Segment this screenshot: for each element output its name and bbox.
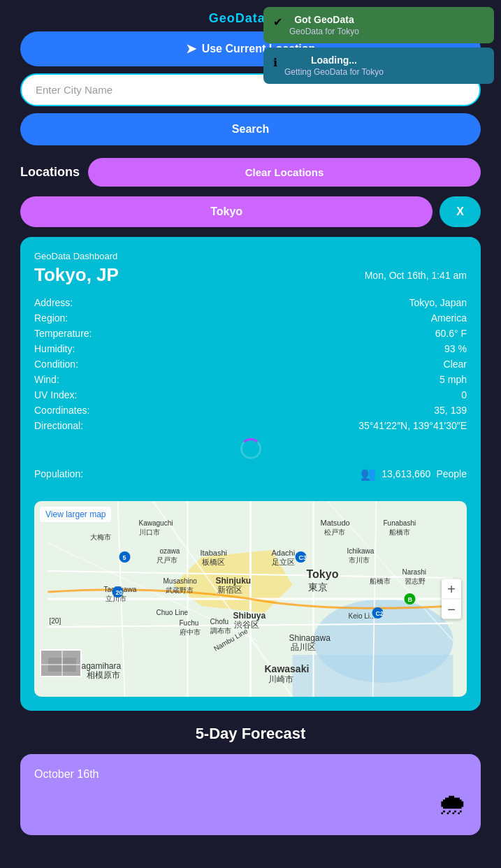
value-coordinates: 35, 139 (434, 405, 467, 416)
toast-success-title: Got GeoData (289, 14, 359, 25)
svg-text:Chofu: Chofu (210, 618, 229, 625)
svg-text:船橋市: 船橋市 (389, 528, 410, 536)
forecast-section: 5-Day Forecast October 16th 🌧 (0, 725, 501, 835)
svg-text:B: B (408, 596, 413, 603)
map-wrapper[interactable]: 大梅市 Kawaguchi 川口市 ozawa 尺戸市 Matsudo 松戸市 … (34, 501, 467, 697)
value-region: America (431, 312, 467, 324)
forecast-card-0: October 16th 🌧 (20, 754, 481, 835)
svg-text:Fuchu: Fuchu (180, 619, 199, 627)
svg-text:Shinjuku: Shinjuku (216, 576, 252, 586)
data-row-directional: Directional: 35°41′22″N, 139°41′30″E (34, 420, 467, 431)
toast-success-subtitle: GeoData for Tokyo (289, 27, 359, 36)
svg-text:渋谷区: 渋谷区 (234, 620, 259, 630)
svg-text:松戸市: 松戸市 (324, 528, 345, 536)
forecast-icon-area-0: 🌧 (34, 788, 467, 821)
dashboard-header: Tokyo, JP Mon, Oct 16th, 1:41 am (34, 264, 467, 286)
clear-locations-button[interactable]: Clear Locations (88, 158, 481, 187)
population-count: 13,613,660 (382, 468, 430, 479)
svg-text:Kawasaki: Kawasaki (265, 663, 310, 674)
forecast-date-0: October 16th (34, 768, 467, 781)
label-population: Population: (34, 468, 83, 479)
toast-info: ℹ Loading... Getting GeoData for Tokyo (263, 48, 494, 84)
svg-text:Musashino: Musashino (164, 577, 198, 585)
label-directional: Directional: (34, 420, 83, 431)
map-zoom-out-button[interactable]: − (442, 600, 461, 619)
map-zoom-in-button[interactable]: + (442, 579, 461, 599)
main-content: ➤ Use Current Location Search Locations … (0, 31, 501, 711)
label-temperature: Temperature: (34, 328, 92, 339)
svg-text:府中市: 府中市 (180, 628, 201, 636)
svg-text:新宿区: 新宿区 (217, 585, 242, 595)
svg-text:ozawa: ozawa (160, 547, 180, 555)
forecast-title: 5-Day Forecast (20, 725, 481, 743)
map-svg: 大梅市 Kawaguchi 川口市 ozawa 尺戸市 Matsudo 松戸市 … (34, 501, 467, 697)
svg-text:武蔵野市: 武蔵野市 (166, 586, 194, 594)
svg-text:[20]: [20] (50, 617, 61, 625)
svg-text:C2: C2 (376, 610, 384, 617)
svg-text:Ichikawa: Ichikawa (347, 547, 375, 555)
tokyo-tag-button[interactable]: Tokyo (20, 196, 433, 227)
svg-text:板橋区: 板橋区 (201, 558, 225, 566)
svg-text:相模原市: 相模原市 (87, 670, 120, 680)
svg-text:C3: C3 (299, 554, 307, 561)
svg-text:川崎市: 川崎市 (268, 674, 293, 684)
svg-text:Keio Li...: Keio Li... (349, 612, 376, 620)
data-table: Address: Tokyo, Japan Region: America Te… (34, 297, 467, 431)
label-wind: Wind: (34, 374, 59, 385)
toast-container: ✔ Got GeoData GeoData for Tokyo ℹ Loadin… (263, 7, 494, 84)
svg-text:Adachi: Adachi (272, 549, 296, 557)
svg-text:大梅市: 大梅市 (90, 533, 111, 541)
svg-text:Tokyo: Tokyo (307, 568, 339, 580)
population-suffix: People (436, 468, 467, 479)
value-wind: 5 mph (440, 374, 467, 385)
location-tag-row: Tokyo X (20, 196, 481, 227)
data-row-coordinates: Coordinates: 35, 139 (34, 405, 467, 416)
svg-text:品川区: 品川区 (291, 642, 316, 652)
check-icon: ✔ (273, 15, 282, 29)
people-icon: 👥 (361, 466, 376, 482)
locations-row: Locations Clear Locations (20, 158, 481, 187)
svg-text:Kawaguchi: Kawaguchi (139, 519, 173, 527)
top-bar: GeoData API ✔ Got GeoData GeoData for To… (0, 0, 501, 31)
svg-text:船橋市: 船橋市 (370, 577, 391, 585)
value-condition: Clear (444, 359, 467, 370)
label-condition: Condition: (34, 359, 78, 370)
toast-info-title: Loading... (284, 55, 384, 66)
locations-label: Locations (20, 165, 80, 180)
label-region: Region: (34, 312, 68, 324)
value-humidity: 93 % (444, 343, 467, 354)
svg-text:市川市: 市川市 (349, 556, 370, 564)
data-row-wind: Wind: 5 mph (34, 374, 467, 385)
label-address: Address: (34, 297, 73, 308)
svg-text:Narashi: Narashi (402, 568, 426, 576)
data-row-humidity: Humidity: 93 % (34, 343, 467, 354)
toast-info-subtitle: Getting GeoData for Tokyo (284, 67, 384, 77)
svg-text:調布市: 調布市 (210, 627, 231, 635)
svg-text:Chuo Line: Chuo Line (157, 609, 189, 616)
data-row-address: Address: Tokyo, Japan (34, 297, 467, 308)
value-address: Tokyo, Japan (409, 297, 467, 308)
svg-text:習志野: 習志野 (405, 577, 426, 585)
toast-success: ✔ Got GeoData GeoData for Tokyo (263, 7, 494, 43)
svg-text:川口市: 川口市 (139, 528, 160, 536)
view-larger-map-link[interactable]: View larger map (40, 507, 111, 522)
remove-tag-button[interactable]: X (440, 196, 481, 227)
dashboard-datetime: Mon, Oct 16th, 1:41 am (365, 264, 467, 281)
dashboard-label: GeoData Dashboard (34, 251, 467, 261)
map-area: ▼ (34, 486, 467, 697)
map-thumbnail (40, 649, 82, 677)
navigation-icon: ➤ (186, 41, 196, 57)
cloud-rain-icon: 🌧 (437, 788, 467, 821)
value-uv: 0 (461, 389, 467, 400)
data-row-condition: Condition: Clear (34, 359, 467, 370)
svg-text:5: 5 (123, 554, 126, 561)
search-button[interactable]: Search (20, 113, 481, 145)
data-row-uv: UV Index: 0 (34, 389, 467, 400)
svg-text:Funabashi: Funabashi (384, 519, 416, 527)
svg-text:足立区: 足立区 (272, 558, 295, 566)
label-coordinates: Coordinates: (34, 405, 89, 416)
map-zoom-controls: + − (442, 579, 461, 619)
svg-text:Sagamihara: Sagamihara (76, 661, 122, 671)
label-uv: UV Index: (34, 389, 77, 400)
svg-text:尺戸市: 尺戸市 (157, 556, 177, 564)
